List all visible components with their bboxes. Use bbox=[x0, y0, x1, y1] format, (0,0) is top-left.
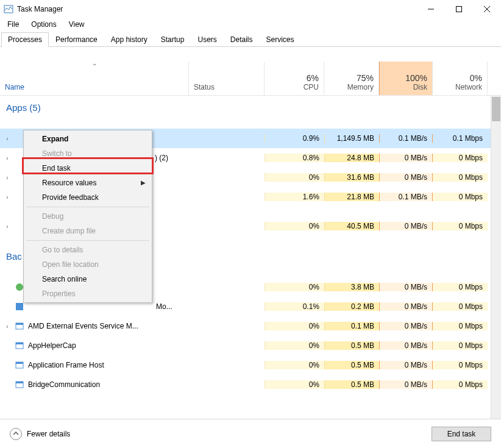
exe-icon bbox=[15, 341, 24, 350]
column-status-label: Status bbox=[194, 83, 215, 91]
process-row[interactable]: Application Frame Host 0% 0.5 MB 0 MB/s … bbox=[0, 355, 501, 375]
vertical-scrollbar[interactable] bbox=[491, 96, 501, 444]
process-row[interactable]: BridgeCommunication 0% 0.5 MB 0 MB/s 0 M… bbox=[0, 375, 501, 394]
cell-disk: 0 MB/s bbox=[379, 341, 433, 350]
name-suffix: Mo... bbox=[156, 302, 172, 311]
menu-switch-to: Switch to bbox=[25, 146, 151, 161]
separator bbox=[26, 240, 149, 241]
menu-view[interactable]: View bbox=[64, 19, 90, 30]
column-disk[interactable]: 100% Disk bbox=[379, 62, 433, 95]
process-row[interactable]: AppHelperCap 0% 0.5 MB 0 MB/s 0 Mbps bbox=[0, 336, 501, 355]
group-apps[interactable]: Apps (5) bbox=[0, 96, 501, 119]
tab-services[interactable]: Services bbox=[260, 32, 301, 47]
menubar: File Options View bbox=[0, 18, 501, 30]
process-list-area: Apps (5) › 0.9% 1,149.5 MB 0.1 MB/s 0.1 … bbox=[0, 96, 501, 444]
menu-expand[interactable]: Expand bbox=[25, 132, 151, 146]
cell-mem: 3.8 MB bbox=[324, 283, 379, 291]
close-button[interactable] bbox=[473, 0, 501, 18]
cell-disk: 0 MB/s bbox=[379, 222, 433, 230]
cell-disk: 0 MB/s bbox=[379, 154, 433, 162]
cpu-percent: 6% bbox=[269, 73, 319, 83]
cell-cpu: 0.1% bbox=[265, 302, 324, 311]
column-name[interactable]: ⌃ Name bbox=[0, 62, 189, 95]
tab-performance[interactable]: Performance bbox=[49, 32, 104, 47]
minimize-button[interactable] bbox=[417, 0, 445, 18]
chevron-right-icon[interactable]: › bbox=[4, 194, 11, 201]
column-memory[interactable]: 75% Memory bbox=[324, 62, 379, 95]
process-row[interactable]: ›AMD External Events Service M... 0% 0.1… bbox=[0, 316, 501, 336]
column-cpu[interactable]: 6% CPU bbox=[265, 62, 324, 95]
cell-net: 0 Mbps bbox=[433, 380, 488, 389]
cell-cpu: 0% bbox=[265, 173, 324, 182]
cell-net: 0 Mbps bbox=[433, 173, 488, 182]
cell-disk: 0 MB/s bbox=[379, 322, 433, 330]
menu-resource-values[interactable]: Resource values▶ bbox=[25, 176, 151, 190]
separator bbox=[26, 207, 149, 207]
tab-users[interactable]: Users bbox=[191, 32, 223, 47]
task-manager-icon bbox=[4, 4, 13, 14]
chevron-right-icon[interactable]: › bbox=[4, 135, 11, 142]
menu-options[interactable]: Options bbox=[26, 19, 61, 30]
cell-mem: 0.5 MB bbox=[324, 361, 379, 369]
exe-icon bbox=[15, 380, 24, 389]
cell-net: 0 Mbps bbox=[433, 302, 488, 311]
svg-point-5 bbox=[16, 283, 23, 291]
cell-mem: 31.6 MB bbox=[324, 173, 379, 182]
menu-go-to-details: Go to details bbox=[25, 243, 151, 257]
tab-processes[interactable]: Processes bbox=[1, 32, 49, 47]
sort-caret-icon: ⌃ bbox=[92, 63, 97, 69]
menu-create-dump: Create dump file bbox=[25, 224, 151, 238]
cell-cpu: 0% bbox=[265, 222, 324, 230]
process-name: BridgeCommunication bbox=[28, 380, 100, 389]
cell-cpu: 0% bbox=[265, 341, 324, 350]
disk-label: Disk bbox=[385, 83, 427, 91]
column-headers: ⌃ Name Status 6% CPU 75% Memory 100% Dis… bbox=[0, 62, 501, 96]
submenu-arrow-icon: ▶ bbox=[141, 179, 146, 186]
column-status[interactable]: Status bbox=[189, 62, 265, 95]
process-name: AMD External Events Service M... bbox=[28, 322, 138, 330]
chevron-right-icon[interactable]: › bbox=[4, 223, 11, 230]
cell-mem: 21.8 MB bbox=[324, 193, 379, 201]
svg-rect-14 bbox=[16, 382, 23, 383]
process-icon bbox=[15, 302, 24, 311]
cell-cpu: 0.8% bbox=[265, 154, 324, 162]
svg-rect-12 bbox=[16, 362, 23, 364]
cell-cpu: 0% bbox=[265, 361, 324, 369]
cell-cpu: 1.6% bbox=[265, 193, 324, 201]
menu-debug: Debug bbox=[25, 209, 151, 224]
end-task-button[interactable]: End task bbox=[432, 427, 491, 441]
group-apps-label: Apps (5) bbox=[0, 102, 41, 113]
cell-disk: 0 MB/s bbox=[379, 302, 433, 311]
cell-mem: 1,149.5 MB bbox=[324, 134, 379, 143]
context-menu: Expand Switch to End task Resource value… bbox=[23, 130, 152, 303]
cell-mem: 0.5 MB bbox=[324, 341, 379, 350]
fewer-details-label: Fewer details bbox=[27, 430, 70, 438]
menu-end-task[interactable]: End task bbox=[25, 161, 151, 176]
cell-disk: 0 MB/s bbox=[379, 173, 433, 182]
menu-search-online[interactable]: Search online bbox=[25, 272, 151, 286]
network-label: Network bbox=[438, 83, 482, 91]
menu-provide-feedback[interactable]: Provide feedback bbox=[25, 190, 151, 205]
maximize-button[interactable] bbox=[445, 0, 473, 18]
fewer-details-button[interactable]: Fewer details bbox=[10, 428, 70, 440]
window-title: Task Manager bbox=[17, 5, 417, 13]
cell-mem: 40.5 MB bbox=[324, 222, 379, 230]
cell-disk: 0.1 MB/s bbox=[379, 134, 433, 143]
process-name: Application Frame Host bbox=[28, 361, 104, 369]
menu-properties: Properties bbox=[25, 286, 151, 301]
exe-icon bbox=[15, 360, 24, 370]
chevron-right-icon[interactable]: › bbox=[4, 323, 11, 330]
exe-icon bbox=[15, 321, 24, 331]
menu-open-location: Open file location bbox=[25, 257, 151, 272]
svg-rect-6 bbox=[16, 303, 23, 310]
tab-app-history[interactable]: App history bbox=[104, 32, 154, 47]
cell-net: 0.1 Mbps bbox=[433, 134, 488, 143]
tab-details[interactable]: Details bbox=[224, 32, 260, 47]
chevron-right-icon[interactable]: › bbox=[4, 174, 11, 181]
scrollbar-thumb[interactable] bbox=[492, 97, 500, 121]
column-network[interactable]: 0% Network bbox=[433, 62, 488, 95]
chevron-right-icon[interactable]: › bbox=[4, 155, 11, 162]
tab-startup[interactable]: Startup bbox=[154, 32, 191, 47]
cell-cpu: 0% bbox=[265, 322, 324, 330]
menu-file[interactable]: File bbox=[2, 19, 24, 30]
